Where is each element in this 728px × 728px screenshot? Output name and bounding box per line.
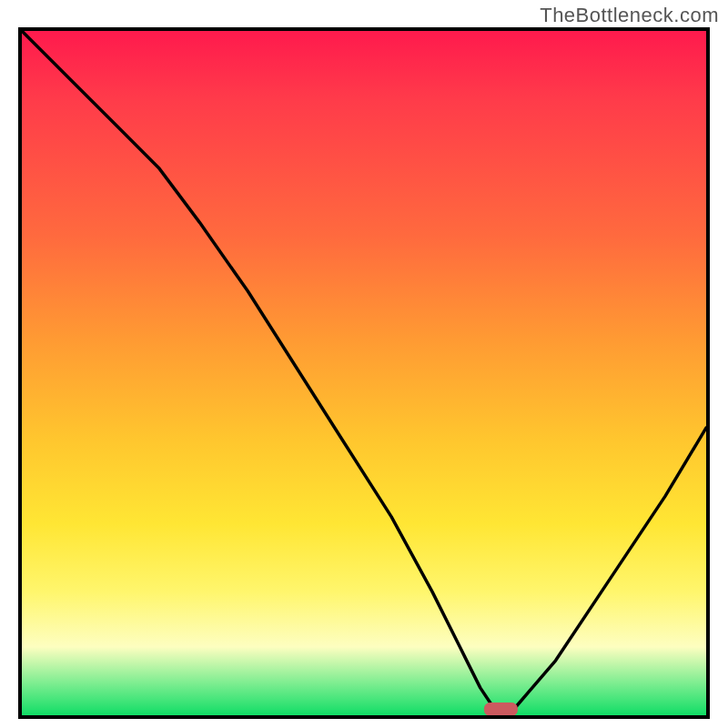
- chart-container: TheBottleneck.com: [0, 0, 728, 728]
- bottleneck-curve: [22, 31, 706, 715]
- watermark-text: TheBottleneck.com: [540, 4, 719, 27]
- plot-area: [18, 27, 710, 719]
- optimal-marker: [484, 703, 517, 716]
- curve-path: [22, 31, 706, 709]
